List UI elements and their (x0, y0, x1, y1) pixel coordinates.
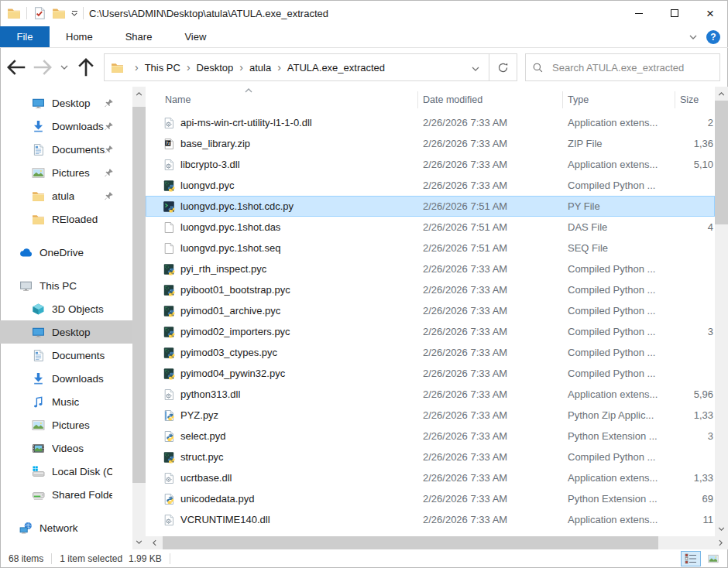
navigation-pane: DesktopDownloadsDocumentsPicturesatulaRE… (0, 87, 146, 549)
forward-arrow-icon (31, 56, 54, 79)
sidebar-item-shared-folders[interactable]: Shared Folders (\ (0, 483, 132, 506)
properties-check-icon[interactable] (33, 6, 46, 20)
file-row-vcruntime140-dll[interactable]: VCRUNTIME140.dll2/26/2026 7:33 AMApplica… (146, 509, 715, 530)
file-name: pyimod01_archive.pyc (180, 305, 280, 317)
file-row-pyimod03-ctypes-pyc[interactable]: pyimod03_ctypes.pyc2/26/2026 7:33 AMComp… (146, 342, 715, 363)
vertical-scrollbar-thumb[interactable] (715, 101, 728, 224)
file-row-base-library-zip[interactable]: 7zbase_library.zip2/26/2026 7:33 AMZIP F… (146, 133, 715, 154)
file-type: Compiled Python ... (563, 263, 675, 275)
new-folder-icon[interactable] (52, 6, 66, 20)
scroll-up-button[interactable] (715, 87, 728, 101)
sidebar-item-atula[interactable]: atula (0, 184, 132, 207)
vertical-scrollbar[interactable] (715, 87, 728, 536)
thumbnails-view-icon (708, 553, 721, 564)
column-header-type[interactable]: Type (563, 91, 675, 108)
scroll-right-button[interactable] (713, 536, 727, 549)
file-row-ucrtbase-dll[interactable]: ucrtbase.dll2/26/2026 7:33 AMApplication… (146, 467, 715, 488)
back-button[interactable] (5, 56, 28, 79)
sidebar-item-desktop[interactable]: Desktop (0, 91, 132, 115)
pyd-icon (163, 430, 175, 443)
sidebar-item-documents[interactable]: Documents (0, 138, 132, 161)
tab-share[interactable]: Share (109, 26, 169, 47)
file-row-luongvd-pyc-1shot-das[interactable]: luongvd.pyc.1shot.das2/26/2026 7:51 AMDA… (146, 217, 715, 238)
column-header-name[interactable]: Name (146, 91, 418, 108)
column-header-date-modified[interactable]: Date modified (418, 91, 563, 108)
sidebar-item-music[interactable]: Music (0, 390, 132, 413)
sidebar-item-desktop[interactable]: Desktop (0, 320, 132, 344)
documents-icon (32, 143, 45, 156)
tab-home[interactable]: Home (50, 26, 109, 47)
file-row-pyz-pyz[interactable]: PYZ.pyz2/26/2026 7:33 AMPython Zip Appli… (146, 405, 715, 426)
file-type: Application extens... (563, 388, 675, 400)
sidebar-item-local-disk-c[interactable]: Local Disk (C:) (0, 460, 132, 483)
scroll-down-button[interactable] (132, 535, 146, 549)
horizontal-scrollbar-thumb[interactable] (163, 536, 658, 549)
close-button[interactable]: × (692, 0, 728, 26)
minimize-button[interactable] (621, 0, 657, 26)
sidebar-item-documents[interactable]: Documents (0, 344, 132, 367)
file-row-luongvd-pyc[interactable]: luongvd.pyc2/26/2026 7:33 AMCompiled Pyt… (146, 175, 715, 196)
file-row-pyiboot01-bootstrap-pyc[interactable]: pyiboot01_bootstrap.pyc2/26/2026 7:33 AM… (146, 279, 715, 300)
file-name: libcrypto-3.dll (180, 159, 240, 170)
file-row-pyi-rth-inspect-pyc[interactable]: pyi_rth_inspect.pyc2/26/2026 7:33 AMComp… (146, 258, 715, 279)
forward-button[interactable] (31, 56, 54, 79)
file-type: Compiled Python ... (563, 180, 675, 191)
selection-size: 1.99 KB (129, 553, 162, 564)
horizontal-scrollbar[interactable] (146, 536, 728, 549)
address-folder-icon (111, 61, 124, 74)
file-row-unicodedata-pyd[interactable]: unicodedata.pyd2/26/2026 7:33 AMPython E… (146, 488, 715, 509)
sidebar-item-this-pc[interactable]: This PC (0, 274, 132, 297)
breadcrumb-item-this-pc[interactable]: This PC (145, 62, 180, 74)
sidebar-scrollbar-thumb[interactable] (132, 107, 146, 483)
breadcrumb-item-desktop[interactable]: Desktop (197, 62, 234, 74)
address-bar[interactable]: ›This PC›Desktop›atula›ATULA.exe_extract… (104, 53, 517, 81)
sidebar-item-downloads[interactable]: Downloads (0, 367, 132, 390)
scroll-down-button[interactable] (715, 522, 728, 535)
sidebar-item-3d-objects[interactable]: 3D Objects (0, 297, 132, 320)
file-row-luongvd-pyc-1shot-seq[interactable]: luongvd.pyc.1shot.seq2/26/2026 7:51 AMSE… (146, 238, 715, 258)
file-row-libcrypto-3-dll[interactable]: libcrypto-3.dll2/26/2026 7:33 AMApplicat… (146, 154, 715, 175)
tab-file[interactable]: File (0, 26, 50, 47)
recent-locations-button[interactable] (57, 56, 71, 79)
thumbnails-view-button[interactable] (704, 551, 724, 566)
search-box[interactable] (525, 53, 720, 81)
scroll-left-button[interactable] (147, 536, 161, 549)
file-row-pyimod02-importers-pyc[interactable]: pyimod02_importers.pyc2/26/2026 7:33 AMC… (146, 321, 715, 342)
search-input[interactable] (551, 61, 713, 74)
file-row-pyimod01-archive-pyc[interactable]: pyimod01_archive.pyc2/26/2026 7:33 AMCom… (146, 300, 715, 321)
file-row-struct-pyc[interactable]: struct.pyc2/26/2026 7:33 AMCompiled Pyth… (146, 447, 715, 467)
expand-ribbon-chevron-icon[interactable] (689, 35, 697, 39)
sidebar-scrollbar[interactable] (132, 87, 146, 549)
details-view-button[interactable] (681, 551, 701, 566)
sidebar-item-network[interactable]: Network (0, 516, 132, 539)
file-row-pyimod04-pywin32-pyc[interactable]: pyimod04_pywin32.pyc2/26/2026 7:33 AMCom… (146, 363, 715, 384)
maximize-button[interactable] (657, 0, 692, 26)
pyterm-icon (163, 200, 175, 213)
sidebar-item-onedrive[interactable]: OneDrive (0, 241, 132, 264)
sidebar-item-videos[interactable]: Videos (0, 436, 132, 460)
breadcrumb-item-atula-exe-extracted[interactable]: ATULA.exe_extracted (287, 62, 385, 74)
file-date-modified: 2/26/2026 7:33 AM (418, 305, 563, 317)
breadcrumb-item-atula[interactable]: atula (249, 62, 271, 74)
sidebar-item-pictures[interactable]: Pictures (0, 161, 132, 184)
file-name: unicodedata.pyd (180, 493, 254, 505)
file-name: select.pyd (180, 430, 226, 442)
refresh-button[interactable] (489, 54, 517, 80)
file-row-select-pyd[interactable]: select.pyd2/26/2026 7:33 AMPython Extens… (146, 426, 715, 447)
file-row-python313-dll[interactable]: python313.dll2/26/2026 7:33 AMApplicatio… (146, 384, 715, 405)
sidebar-tree: DesktopDownloadsDocumentsPicturesatulaRE… (0, 91, 132, 539)
address-dropdown-button[interactable] (462, 60, 489, 74)
up-button[interactable] (74, 56, 98, 79)
sidebar-item-pictures[interactable]: Pictures (0, 413, 132, 436)
help-button[interactable]: ? (706, 30, 720, 44)
customize-quick-access-toolbar-button[interactable] (71, 11, 77, 16)
file-size: 5,10 (675, 159, 715, 170)
sidebar-item-reloaded[interactable]: REloaded (0, 207, 132, 231)
file-type: Compiled Python ... (563, 347, 675, 358)
scroll-up-button[interactable] (132, 87, 146, 101)
tab-view[interactable]: View (168, 26, 222, 47)
file-row-api-ms-win-crt-utility-l1-1-0-dll[interactable]: api-ms-win-crt-utility-l1-1-0.dll2/26/20… (146, 112, 715, 133)
file-row-luongvd-pyc-1shot-cdc-py[interactable]: luongvd.pyc.1shot.cdc.py2/26/2026 7:51 A… (146, 196, 715, 217)
sidebar-spacer (0, 231, 132, 241)
sidebar-item-downloads[interactable]: Downloads (0, 115, 132, 138)
